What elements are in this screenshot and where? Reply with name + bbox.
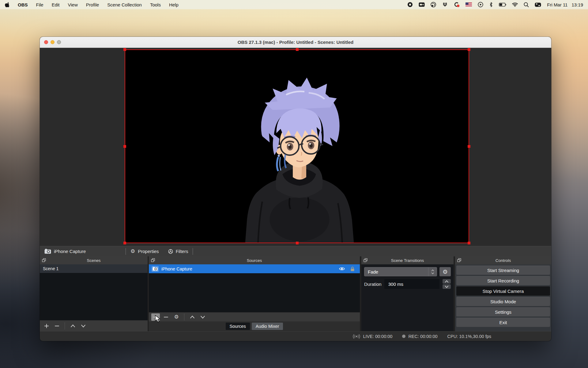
menu-item-file[interactable]: File xyxy=(36,2,43,7)
sources-panel-header: Sources xyxy=(149,256,360,264)
settings-button[interactable]: Settings xyxy=(456,307,550,316)
scene-list-item[interactable]: Scene 1 xyxy=(40,264,148,273)
spotlight-icon[interactable] xyxy=(524,2,529,7)
window-titlebar[interactable]: OBS 27.1.3 (mac) - Profile: Untitled - S… xyxy=(40,37,551,48)
apple-menu-icon[interactable] xyxy=(5,2,9,7)
duration-increase-button[interactable] xyxy=(443,279,451,284)
selected-source-name: iPhone Capture xyxy=(54,249,86,254)
dock-tabstrip: Sources Audio Mixer xyxy=(149,321,360,331)
obs-window: OBS 27.1.3 (mac) - Profile: Untitled - S… xyxy=(40,37,551,341)
duration-input[interactable]: 300 ms xyxy=(384,279,439,289)
zoom-button[interactable] xyxy=(57,40,61,44)
rec-time: REC: 00:00:00 xyxy=(408,334,437,339)
menu-item-view[interactable]: View xyxy=(68,2,78,7)
mouse-cursor xyxy=(155,315,162,324)
popout-icon xyxy=(457,258,461,262)
us-flag-icon[interactable] xyxy=(466,2,472,7)
camera-icon xyxy=(44,249,51,254)
menu-item-scene-collection[interactable]: Scene Collection xyxy=(107,2,142,7)
duration-decrease-button[interactable] xyxy=(443,284,451,289)
chevron-down-icon xyxy=(431,272,434,274)
source-move-down-button[interactable] xyxy=(198,313,207,321)
source-type-icon-box xyxy=(152,266,159,272)
minimize-button[interactable] xyxy=(51,40,55,44)
gear-icon: ⚙ xyxy=(130,249,135,254)
resize-handle-mid-right[interactable] xyxy=(468,145,470,148)
gear-icon: ⚙ xyxy=(443,269,448,275)
remove-scene-button[interactable] xyxy=(53,322,61,330)
remove-source-button[interactable] xyxy=(162,313,170,321)
duration-label: Duration xyxy=(364,282,382,287)
scene-name: Scene 1 xyxy=(43,266,58,271)
transition-properties-button[interactable]: ⚙ xyxy=(439,267,451,276)
live-status: LIVE: 00:00:00 xyxy=(353,334,392,339)
scene-move-down-button[interactable] xyxy=(79,322,88,330)
resize-handle-mid-left[interactable] xyxy=(123,145,126,148)
properties-button[interactable]: ⚙ Properties xyxy=(126,246,164,256)
menu-item-help[interactable]: Help xyxy=(169,2,179,7)
selected-source-label-group: iPhone Capture xyxy=(40,246,126,256)
resize-handle-top-left[interactable] xyxy=(123,48,126,51)
transition-select[interactable]: Fade xyxy=(364,267,437,276)
menu-date: Fri Mar 11 xyxy=(547,2,567,7)
resize-handle-top-right[interactable] xyxy=(468,48,470,51)
filters-button[interactable]: Filters xyxy=(164,246,193,256)
close-button[interactable] xyxy=(44,40,48,44)
resize-handle-bottom-right[interactable] xyxy=(468,242,470,244)
add-scene-button[interactable] xyxy=(42,322,51,330)
scene-list[interactable]: Scene 1 xyxy=(40,264,148,320)
studio-mode-button[interactable]: Studio Mode xyxy=(456,297,550,306)
dropbox-icon[interactable] xyxy=(442,2,448,7)
screen-recording-icon[interactable] xyxy=(407,2,413,7)
control-center-icon[interactable] xyxy=(535,2,541,7)
wifi-icon[interactable] xyxy=(512,2,518,7)
play-circle-icon[interactable] xyxy=(478,2,483,7)
menu-time: 13:19 xyxy=(571,2,583,7)
tab-sources[interactable]: Sources xyxy=(226,323,250,330)
program-canvas[interactable] xyxy=(125,49,469,243)
menu-clock[interactable]: Fri Mar 11 13:19 xyxy=(547,2,583,7)
source-lock-toggle[interactable] xyxy=(350,266,355,271)
toolbar-separator xyxy=(65,323,65,329)
resize-handle-top-center[interactable] xyxy=(296,48,299,51)
start-recording-button[interactable]: Start Recording xyxy=(456,276,550,285)
resize-handle-bottom-left[interactable] xyxy=(123,242,126,244)
scenes-panel-header: Scenes xyxy=(40,256,148,264)
start-streaming-button[interactable]: Start Streaming xyxy=(456,266,550,275)
traffic-lights xyxy=(44,40,61,44)
video-camera-icon[interactable] xyxy=(419,2,425,7)
exit-button[interactable]: Exit xyxy=(456,318,550,327)
source-list[interactable] xyxy=(149,273,360,312)
scene-transitions-panel: Scene Transitions Fade ⚙ xyxy=(361,256,454,331)
bluetooth-icon[interactable] xyxy=(489,2,493,7)
badged-app-icon[interactable] xyxy=(454,2,460,7)
source-list-item-selected[interactable]: iPhone Capture xyxy=(149,264,360,273)
sources-panel-title: Sources xyxy=(247,258,262,263)
live-time: LIVE: 00:00:00 xyxy=(363,334,392,339)
popout-icon xyxy=(364,258,368,262)
source-visibility-toggle[interactable] xyxy=(339,267,345,271)
controls-panel-header: Controls xyxy=(455,256,551,264)
transitions-panel-title: Scene Transitions xyxy=(391,258,424,263)
filters-icon xyxy=(168,249,173,254)
controls-panel-title: Controls xyxy=(496,258,511,263)
menu-item-tools[interactable]: Tools xyxy=(150,2,161,7)
toolbar-separator xyxy=(193,248,193,255)
select-stepper[interactable] xyxy=(428,267,437,276)
resize-handle-bottom-center[interactable] xyxy=(296,242,299,244)
properties-label: Properties xyxy=(138,249,159,254)
source-move-up-button[interactable] xyxy=(188,313,197,321)
menu-item-edit[interactable]: Edit xyxy=(52,2,60,7)
stop-virtual-camera-button[interactable]: Stop Virtual Camera xyxy=(456,286,550,296)
selected-source-toolbar: iPhone Capture ⚙ Properties Filters xyxy=(40,246,551,256)
battery-icon[interactable] xyxy=(499,3,506,7)
record-dot-icon xyxy=(402,335,405,338)
scene-move-up-button[interactable] xyxy=(69,322,77,330)
menu-item-obs[interactable]: OBS xyxy=(18,2,28,7)
menu-item-profile[interactable]: Profile xyxy=(86,2,99,7)
popout-icon xyxy=(151,258,155,262)
source-properties-button[interactable]: ⚙ xyxy=(172,313,181,321)
tab-audio-mixer[interactable]: Audio Mixer xyxy=(252,323,283,330)
window-title: OBS 27.1.3 (mac) - Profile: Untitled - S… xyxy=(40,40,551,45)
obs-status-icon[interactable] xyxy=(431,2,436,7)
